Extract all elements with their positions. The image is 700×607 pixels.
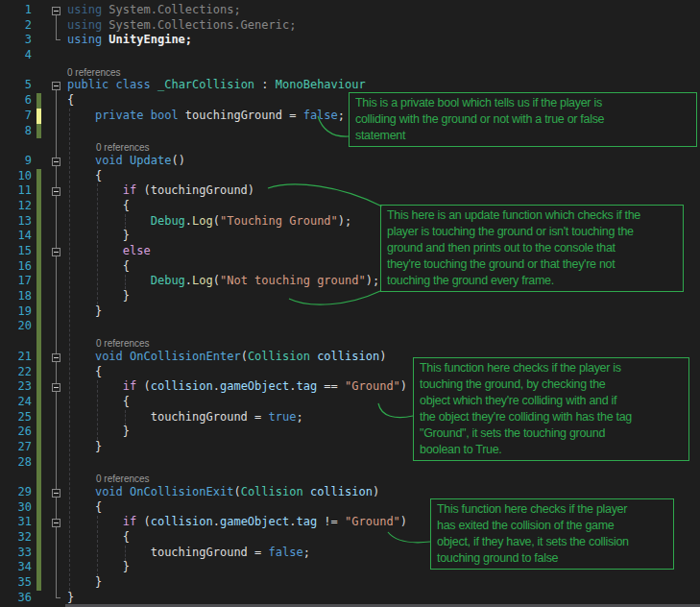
code-line-5[interactable]: 5public class _CharCollision : MonoBehav… — [0, 78, 700, 93]
line-number: 22 — [0, 365, 32, 380]
annotation-box-2: This here is an update function which ch… — [380, 205, 684, 292]
fold-collapse-icon[interactable] — [52, 187, 60, 196]
change-bar-saved — [36, 93, 41, 109]
line-number: 13 — [0, 214, 32, 230]
code-lens-row[interactable]: 0 references — [0, 334, 700, 350]
code-text[interactable] — [32, 48, 67, 63]
line-number: 33 — [0, 546, 32, 561]
code-line-19[interactable]: 19 } — [0, 304, 700, 320]
code-text[interactable]: { — [32, 365, 102, 380]
code-text[interactable]: { — [32, 199, 130, 214]
code-line-10[interactable]: 10 { — [0, 169, 700, 184]
code-text[interactable]: } — [32, 304, 102, 320]
code-line-11[interactable]: 11 if (touchingGround) — [0, 183, 700, 199]
code-text[interactable]: Debug.Log("Touching Ground"); — [32, 214, 351, 230]
line-number: 8 — [0, 124, 32, 139]
code-text[interactable]: } — [32, 575, 102, 591]
code-line-3[interactable]: 3using UnityEngine; — [0, 33, 700, 48]
code-text[interactable]: { — [32, 530, 130, 546]
line-number — [0, 138, 32, 154]
change-bar-saved — [36, 124, 41, 139]
code-lens-references[interactable]: 0 references — [96, 472, 150, 487]
code-text[interactable]: touchingGround = true; — [32, 410, 303, 425]
line-number: 16 — [0, 259, 32, 275]
line-number: 10 — [0, 169, 32, 184]
code-line-1[interactable]: 1using System.Collections; — [0, 3, 700, 18]
code-text[interactable]: if (touchingGround) — [32, 183, 254, 199]
line-number: 35 — [0, 575, 32, 591]
line-number: 12 — [0, 199, 32, 214]
code-text[interactable]: { — [32, 395, 130, 410]
code-text[interactable]: { — [32, 169, 102, 184]
fold-extent-end — [56, 597, 60, 598]
line-number: 25 — [0, 410, 32, 425]
line-number: 1 — [0, 3, 32, 18]
code-text[interactable]: } — [32, 425, 130, 440]
line-number: 31 — [0, 515, 32, 530]
code-line-2[interactable]: 2using System.Collections.Generic; — [0, 18, 700, 34]
line-number — [0, 334, 32, 350]
fold-collapse-icon[interactable] — [52, 353, 60, 362]
code-lens-row[interactable]: 0 references — [0, 470, 700, 485]
line-number: 23 — [0, 379, 32, 395]
code-text[interactable]: touchingGround = false; — [32, 546, 310, 561]
line-number: 6 — [0, 93, 32, 109]
line-number: 2 — [0, 18, 32, 34]
line-number: 17 — [0, 274, 32, 289]
annotation-box-3: This function here checks if the player … — [413, 357, 689, 461]
line-number: 29 — [0, 485, 32, 500]
code-text[interactable]: } — [32, 560, 130, 575]
code-text[interactable]: using System.Collections; — [32, 3, 241, 18]
line-number: 3 — [0, 33, 32, 48]
code-text[interactable]: void OnCollisionExit(Collision collision… — [32, 485, 379, 500]
code-text[interactable]: if (collision.gameObject.tag != "Ground"… — [32, 515, 407, 530]
line-number: 14 — [0, 229, 32, 244]
line-number: 9 — [0, 154, 32, 169]
line-number — [0, 470, 32, 485]
line-number: 21 — [0, 350, 32, 365]
code-text[interactable]: void OnCollisionEnter(Collision collisio… — [32, 350, 386, 365]
code-text[interactable]: else — [32, 244, 151, 259]
fold-collapse-icon[interactable] — [52, 489, 60, 498]
code-text[interactable]: } — [32, 289, 130, 304]
code-text[interactable]: } — [32, 440, 102, 455]
change-bar-saved — [36, 169, 41, 592]
line-number: 20 — [0, 319, 32, 334]
fold-collapse-icon[interactable] — [52, 519, 60, 527]
code-text[interactable]: public class _CharCollision : MonoBehavi… — [32, 78, 366, 93]
line-number: 34 — [0, 560, 32, 575]
line-number — [0, 63, 32, 79]
code-line-20[interactable]: 20 — [0, 319, 700, 334]
code-lens-references[interactable]: 0 references — [96, 140, 150, 156]
code-line-4[interactable]: 4 — [0, 48, 700, 63]
code-lens-references[interactable]: 0 references — [67, 65, 121, 81]
code-text[interactable]: { — [32, 500, 102, 516]
code-text[interactable]: } — [32, 229, 130, 244]
code-text[interactable]: using System.Collections.Generic; — [32, 18, 296, 34]
line-number: 28 — [0, 455, 32, 471]
fold-collapse-icon[interactable] — [52, 82, 60, 90]
line-number: 4 — [0, 48, 32, 63]
line-number: 19 — [0, 304, 32, 320]
code-line-9[interactable]: 9 void Update() — [0, 154, 700, 169]
fold-collapse-icon[interactable] — [52, 158, 60, 166]
code-lens-references[interactable]: 0 references — [96, 336, 150, 352]
code-text[interactable]: { — [32, 259, 130, 275]
line-number: 11 — [0, 183, 32, 199]
fold-extent-line — [56, 14, 57, 40]
fold-collapse-icon[interactable] — [52, 383, 60, 392]
code-text[interactable]: Debug.Log("Not touching ground"); — [32, 274, 379, 289]
line-number: 32 — [0, 530, 32, 546]
code-text[interactable]: private bool touchingGround = false; — [32, 109, 345, 124]
code-text[interactable]: if (collision.gameObject.tag == "Ground"… — [32, 379, 407, 395]
line-number: 30 — [0, 500, 32, 516]
code-line-35[interactable]: 35 } — [0, 575, 700, 591]
fold-collapse-icon[interactable] — [52, 248, 60, 256]
annotation-box-1: This is a private bool which tells us if… — [349, 92, 697, 147]
line-number: 24 — [0, 395, 32, 410]
fold-collapse-icon[interactable] — [52, 7, 60, 15]
line-number: 26 — [0, 425, 32, 440]
code-editor[interactable]: 1using System.Collections;2using System.… — [0, 0, 700, 607]
line-number: 5 — [0, 78, 32, 93]
code-lens-row[interactable]: 0 references — [0, 63, 700, 79]
